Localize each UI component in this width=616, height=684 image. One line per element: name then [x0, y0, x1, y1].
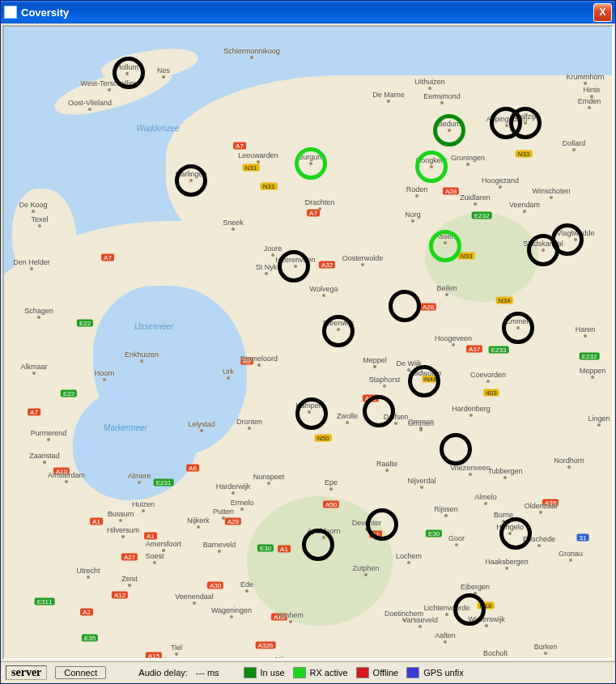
highway-shield: E30 [257, 545, 274, 552]
highway-shield: A30 [207, 582, 223, 589]
city-dot [499, 185, 502, 189]
city-dot [175, 652, 178, 656]
city-dot [364, 573, 367, 576]
city-dot [486, 380, 490, 383]
city-dot [415, 194, 418, 198]
station-marker[interactable] [433, 114, 465, 147]
highway-shield: A12 [112, 592, 128, 599]
city-dot [505, 567, 508, 570]
station-marker[interactable] [322, 315, 355, 347]
city-dot [218, 550, 221, 553]
city-dot [128, 584, 131, 587]
swatch-gps-icon [406, 667, 419, 678]
highway-shield: A7 [307, 210, 320, 217]
city-dot [590, 95, 593, 98]
map-canvas[interactable]: WaddenzeeIJsselmeerMarkermeer A7A7N31N31… [2, 25, 614, 660]
highway-shield: E30 [426, 530, 442, 537]
city-dot [87, 576, 90, 579]
city-dot [591, 376, 594, 379]
station-marker[interactable] [509, 107, 542, 139]
status-bar: server Connect Audio delay: --- ms In us… [1, 661, 615, 683]
city-dot [440, 101, 444, 104]
highway-shield: A10 [53, 468, 70, 475]
station-marker[interactable] [527, 234, 559, 266]
legend-offline-label: Offline [373, 668, 399, 678]
window-title: Coversity [21, 6, 593, 19]
city-dot [37, 316, 40, 319]
station-marker[interactable] [363, 395, 395, 427]
station-marker[interactable] [113, 57, 145, 89]
legend-inuse-label: In use [261, 668, 285, 678]
city-dot [420, 486, 423, 489]
city-dot [383, 384, 386, 388]
highway-shield: N50 [315, 435, 332, 442]
highway-shield: A37 [466, 346, 482, 353]
highway-shield: 403 [483, 389, 499, 397]
highway-shield: A12 [271, 614, 287, 621]
city-dot [503, 476, 507, 479]
city-dot [32, 210, 35, 213]
station-marker[interactable] [302, 529, 334, 561]
city-dot [142, 509, 145, 512]
station-marker[interactable] [440, 433, 472, 465]
city-dot [232, 227, 235, 231]
station-marker[interactable] [389, 290, 421, 322]
highway-shield: N31 [243, 164, 260, 172]
server-label: server [6, 665, 47, 680]
highway-shield: A28 [420, 304, 436, 311]
station-marker[interactable] [278, 250, 310, 283]
city-dot [193, 601, 196, 605]
station-marker[interactable] [429, 230, 461, 262]
station-marker[interactable] [499, 517, 532, 550]
city-dot [572, 148, 576, 151]
city-dot [445, 613, 448, 616]
station-marker[interactable] [175, 164, 207, 197]
highway-shield: 31 [577, 534, 589, 542]
highway-shield: A50 [323, 501, 339, 508]
highway-shield: E231 [154, 479, 174, 486]
legend-inuse: In use [244, 667, 285, 678]
highway-shield: A7 [233, 142, 246, 150]
highway-shield: N33 [516, 151, 533, 158]
city-dot [444, 640, 447, 644]
city-dot [267, 482, 270, 485]
city-dot [597, 423, 601, 427]
swatch-inuse-icon [244, 667, 257, 678]
city-dot [200, 429, 203, 432]
station-marker[interactable] [295, 397, 328, 430]
highway-shield: E22 [61, 390, 77, 397]
highway-shield: A1 [144, 533, 157, 540]
city-dot [289, 620, 292, 623]
highway-shield: E35 [82, 635, 98, 642]
city-dot [428, 87, 431, 90]
city-dot [153, 561, 156, 564]
city-dot [248, 427, 251, 430]
city-dot [103, 378, 106, 381]
city-dot [444, 514, 448, 517]
app-window: Coversity X WaddenzeeIJsselmeerMarkermee… [0, 0, 616, 684]
city-dot [469, 473, 472, 476]
city-dot [387, 100, 390, 103]
city-dot [385, 469, 389, 472]
station-marker[interactable] [408, 365, 440, 397]
connect-button[interactable]: Connect [55, 666, 106, 679]
city-dot [584, 82, 587, 85]
city-dot [544, 652, 547, 655]
station-marker[interactable] [295, 147, 327, 180]
station-marker[interactable] [453, 593, 486, 626]
highway-shield: A6 [186, 465, 199, 472]
city-dot [373, 365, 376, 368]
station-marker[interactable] [415, 151, 448, 183]
city-dot [484, 502, 487, 505]
city-dot [537, 544, 541, 547]
city-dot [250, 56, 253, 59]
station-marker[interactable] [366, 508, 398, 541]
highway-shield: E311 [35, 598, 55, 605]
highway-shield: E233 [489, 346, 509, 354]
titlebar[interactable]: Coversity X [1, 1, 615, 23]
station-marker[interactable] [502, 312, 534, 344]
highway-shield: A6 [240, 358, 253, 365]
audio-delay-label: Audio delay: [138, 668, 188, 678]
close-button[interactable]: X [593, 3, 612, 22]
city-dot [30, 267, 33, 270]
